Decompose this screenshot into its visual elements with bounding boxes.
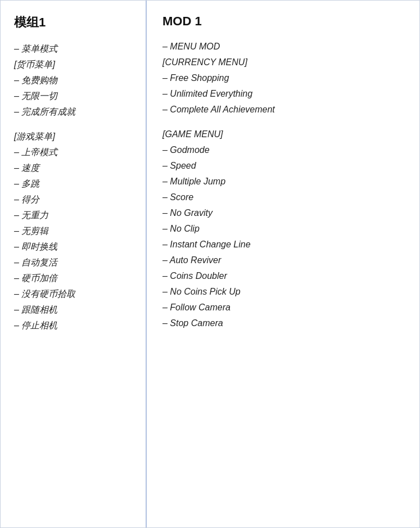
left-item: – 得分 [14,192,134,207]
spacer [162,119,408,127]
left-item: – 无剪辑 [14,223,134,239]
left-item: – 免费购物 [14,73,134,88]
right-section-1: [GAME MENU]– Godmode– Speed– Multiple Ju… [162,127,408,331]
left-item: – 上帝模式 [14,145,134,160]
right-item: – MENU MOD [162,39,408,55]
left-item: – 菜单模式 [14,41,134,57]
spacer [14,121,134,129]
left-item: – 多跳 [14,176,134,192]
right-item: – Coins Doubler [162,268,408,284]
left-item: – 停止相机 [14,318,134,333]
left-column: 模组1 – 菜单模式[货币菜单]– 免费购物– 无限一切– 完成所有成就[游戏菜… [1,1,147,527]
main-container: 模组1 – 菜单模式[货币菜单]– 免费购物– 无限一切– 完成所有成就[游戏菜… [0,0,420,528]
right-title: MOD 1 [162,14,408,29]
left-section-0: – 菜单模式[货币菜单]– 免费购物– 无限一切– 完成所有成就 [14,41,134,120]
left-item: [游戏菜单] [14,129,134,145]
left-section-1: [游戏菜单]– 上帝模式– 速度– 多跳– 得分– 无重力– 无剪辑– 即时换线… [14,129,134,333]
left-item: – 跟随相机 [14,302,134,318]
right-item: [GAME MENU] [162,127,408,142]
right-item: – Multiple Jump [162,174,408,189]
left-title: 模组1 [14,14,134,31]
right-item: – No Clip [162,221,408,237]
right-item: – Instant Change Line [162,237,408,252]
left-item: – 自动复活 [14,255,134,270]
right-item: [CURRENCY MENU] [162,55,408,70]
right-item: – Free Shopping [162,70,408,86]
right-item: – Godmode [162,142,408,158]
left-item: [货币菜单] [14,57,134,73]
right-column: MOD 1 – MENU MOD[CURRENCY MENU]– Free Sh… [147,1,419,527]
right-item: – Speed [162,158,408,174]
left-item: – 即时换线 [14,239,134,255]
left-item: – 速度 [14,160,134,176]
left-item: – 硬币加倍 [14,270,134,286]
right-item: – Unlimited Everything [162,86,408,102]
right-item: – No Coins Pick Up [162,284,408,300]
right-item: – Follow Camera [162,300,408,315]
right-item: – Stop Camera [162,315,408,331]
left-item: – 完成所有成就 [14,104,134,120]
right-item: – Complete All Achievement [162,102,408,118]
left-item: – 无限一切 [14,88,134,104]
right-section-0: – MENU MOD[CURRENCY MENU]– Free Shopping… [162,39,408,118]
left-item: – 没有硬币拾取 [14,286,134,302]
right-item: – Score [162,189,408,205]
left-item: – 无重力 [14,207,134,223]
right-item: – No Gravity [162,205,408,221]
right-item: – Auto Reviver [162,252,408,268]
